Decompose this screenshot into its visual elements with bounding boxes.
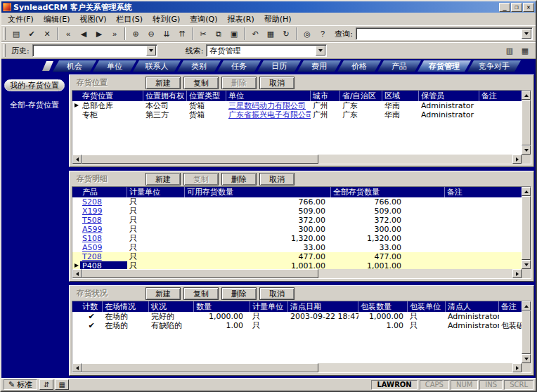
scroll-down-button[interactable] (522, 354, 531, 363)
query-combobox[interactable] (356, 27, 533, 40)
tab-inventory[interactable]: 存货管理 (418, 60, 471, 72)
tab-opportunity[interactable]: 机会 (53, 60, 96, 72)
next-record-icon[interactable]: ▶ (91, 27, 107, 41)
menu-item-file[interactable]: 文件(F) (3, 13, 39, 25)
layout-grid-icon[interactable]: ▦ (517, 44, 533, 58)
scroll-left-button[interactable] (72, 363, 82, 372)
sidebar-item-all-inventory-locations[interactable]: 全部-存货位置 (4, 99, 65, 111)
history-combobox[interactable] (32, 44, 157, 57)
tab-competitor[interactable]: 竞争对手 (467, 60, 521, 72)
record-link[interactable]: S108 (82, 234, 102, 243)
sort-toggle-button[interactable]: ⇵ (39, 379, 53, 390)
scrollbar-thumb[interactable] (82, 269, 318, 278)
sort-ascending-icon[interactable]: ⇊ (159, 27, 174, 41)
tab-category[interactable]: 类别 (177, 60, 221, 72)
table-row[interactable]: T508只372.00372.00 (72, 216, 522, 225)
sidebar-item-my-inventory-locations[interactable]: 我的-存货位置 (4, 79, 65, 91)
tab-product[interactable]: 产品 (377, 60, 421, 72)
menu-item-help[interactable]: 帮助(H) (259, 13, 297, 25)
scrollbar-track[interactable] (82, 269, 512, 278)
tab-task[interactable]: 任务 (217, 60, 261, 72)
copy-button[interactable]: 复制 (183, 287, 219, 300)
scrollbar-track[interactable] (82, 155, 512, 164)
horizontal-scrollbar[interactable] (72, 363, 522, 372)
help-icon[interactable]: ? (315, 27, 330, 41)
cut-icon[interactable]: ✂ (195, 27, 211, 41)
tab-expense[interactable]: 费用 (297, 60, 341, 72)
scroll-right-button[interactable] (512, 155, 522, 164)
scroll-up-button[interactable] (522, 187, 531, 196)
find-icon[interactable]: ◎ (299, 27, 315, 41)
table-row[interactable]: P408只1,001.001,001.00 (72, 261, 522, 269)
table-row[interactable]: ✔在场的完好的1,000.00只2003-09-22 18:471,000.00… (72, 312, 522, 321)
tab-account[interactable]: 单位 (93, 60, 136, 72)
record-link[interactable]: X199 (82, 207, 103, 216)
new-button[interactable]: 新建 (145, 173, 181, 185)
prior-record-icon[interactable]: ◀ (76, 27, 91, 41)
zoom-in-icon[interactable]: ⊕ (128, 27, 143, 41)
style-mode-button[interactable]: ✎ 标准 (4, 379, 37, 390)
scrollbar-thumb[interactable] (522, 100, 531, 145)
scroll-right-button[interactable] (512, 269, 522, 278)
paste-icon[interactable]: ▣ (226, 27, 242, 41)
scroll-down-button[interactable] (522, 260, 531, 269)
maximize-button[interactable]: ❐ (511, 3, 522, 12)
table-row[interactable]: X199只509.00509.00 (72, 207, 522, 216)
record-link[interactable]: A599 (82, 225, 103, 234)
first-record-icon[interactable]: « (60, 27, 76, 41)
layout-columns-icon[interactable]: ▥ (502, 44, 517, 58)
dropdown-arrow-icon[interactable] (146, 46, 156, 55)
table-row[interactable]: S108只1,320.001,320.00 (72, 234, 522, 243)
scrollbar-thumb[interactable] (82, 363, 318, 372)
record-link[interactable]: A509 (82, 243, 103, 252)
new-button[interactable]: 新建 (145, 77, 181, 89)
horizontal-scrollbar[interactable] (72, 155, 522, 164)
close-button[interactable]: ✕ (523, 3, 534, 12)
record-link[interactable]: 三星数码动力有限公司 (228, 101, 306, 110)
tab-calendar[interactable]: 日历 (257, 60, 301, 72)
tab-price[interactable]: 价格 (337, 60, 381, 72)
table-row[interactable]: A599只300.00300.00 (72, 225, 522, 234)
scrollbar-track[interactable] (82, 363, 512, 372)
scroll-left-button[interactable] (72, 269, 82, 278)
scrollbar-thumb[interactable] (522, 196, 531, 260)
scrollbar-track[interactable] (522, 311, 531, 354)
record-link[interactable]: S208 (82, 197, 102, 207)
dropdown-arrow-icon[interactable] (522, 29, 531, 39)
scroll-left-button[interactable] (72, 155, 82, 164)
menu-item-report[interactable]: 报表(R) (223, 13, 259, 25)
new-button[interactable]: 新建 (145, 287, 181, 300)
grid-toggle-button[interactable]: ▦ (55, 379, 69, 390)
scrollbar-thumb[interactable] (82, 155, 318, 164)
record-link[interactable]: 广东省振兴电子有限公司 (228, 110, 311, 119)
post-edit-icon[interactable]: ✔ (24, 27, 39, 41)
module-combobox[interactable]: 存货管理 (206, 44, 327, 57)
vertical-scrollbar[interactable] (522, 91, 531, 155)
cancel-button[interactable]: 取消 (259, 173, 295, 185)
vertical-scrollbar[interactable] (522, 301, 531, 363)
horizontal-scrollbar[interactable] (72, 269, 522, 278)
vertical-scrollbar[interactable] (522, 187, 531, 269)
menu-item-view[interactable]: 视图(V) (75, 13, 111, 25)
record-link[interactable]: T508 (82, 216, 102, 225)
menu-item-sections[interactable]: 栏目(S) (112, 13, 148, 25)
dropdown-arrow-icon[interactable] (316, 46, 325, 55)
cancel-button[interactable]: 取消 (259, 77, 295, 89)
delete-button[interactable]: 删除 (221, 173, 257, 185)
copy-icon[interactable]: ⧉ (211, 27, 226, 41)
scrollbar-track[interactable] (522, 196, 531, 260)
tab-contact[interactable]: 联系人 (133, 60, 181, 72)
scroll-down-button[interactable] (522, 145, 531, 155)
undo-icon[interactable]: ↶ (247, 27, 263, 41)
table-row[interactable]: S208只766.00766.00 (72, 197, 522, 207)
new-record-icon[interactable]: ▤ (8, 27, 24, 41)
sort-descending-icon[interactable]: ⇈ (174, 27, 190, 41)
menu-item-edit[interactable]: 编辑(E) (39, 13, 75, 25)
scroll-right-button[interactable] (512, 363, 522, 372)
menu-item-query[interactable]: 查询(Q) (185, 13, 222, 25)
grid-view-icon[interactable]: ▦ (263, 27, 278, 41)
menu-item-goto[interactable]: 转到(G) (148, 13, 185, 25)
refresh-icon[interactable]: ↻ (278, 27, 294, 41)
table-row[interactable]: T208只477.00477.00 (72, 252, 522, 261)
tab-scroll-left[interactable] (42, 61, 53, 71)
